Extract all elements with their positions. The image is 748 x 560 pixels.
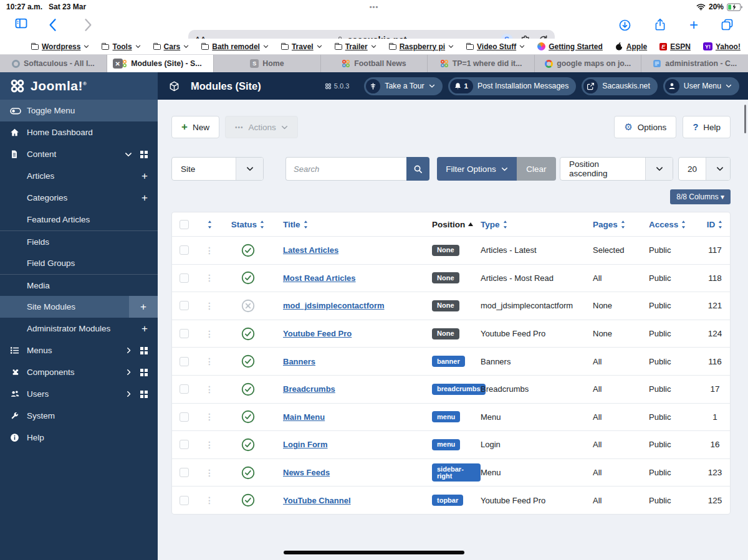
dashboard-grid-icon[interactable] bbox=[140, 151, 148, 158]
row-checkbox[interactable] bbox=[180, 245, 189, 255]
access-header[interactable]: Access bbox=[649, 220, 704, 229]
bookmark-folder[interactable]: Wordpress bbox=[31, 42, 89, 51]
position-badge[interactable]: menu bbox=[432, 439, 460, 450]
browser-tab[interactable]: S Home bbox=[214, 55, 321, 72]
row-checkbox[interactable] bbox=[180, 440, 189, 449]
module-title-link[interactable]: Breadcrumbs bbox=[283, 384, 335, 394]
position-badge[interactable]: None bbox=[432, 245, 459, 256]
help-button[interactable]: ? Help bbox=[683, 116, 731, 138]
drag-handle[interactable]: ⋮ bbox=[196, 273, 223, 283]
add-module-button[interactable]: + bbox=[129, 296, 158, 318]
browser-tab[interactable]: administration - C... bbox=[641, 55, 748, 72]
position-badge[interactable]: topbar bbox=[432, 495, 463, 506]
module-title-link[interactable]: News Feeds bbox=[283, 468, 330, 477]
module-title-link[interactable]: Main Menu bbox=[283, 412, 325, 422]
browser-tab[interactable]: TP=1 where did it... bbox=[428, 55, 535, 72]
position-badge[interactable]: None bbox=[432, 300, 459, 311]
add-icon[interactable]: + bbox=[141, 192, 148, 204]
sidebar-item-system[interactable]: System bbox=[0, 405, 158, 427]
position-badge[interactable]: None bbox=[432, 328, 459, 339]
select-all-checkbox[interactable] bbox=[180, 220, 189, 229]
options-button[interactable]: ⚙ Options bbox=[614, 116, 676, 138]
type-header[interactable]: Type bbox=[481, 220, 593, 229]
bookmark-folder[interactable]: Raspberry pi bbox=[389, 42, 454, 51]
sidebar-item-help[interactable]: Help bbox=[0, 427, 158, 448]
sidebar-item-users[interactable]: Users bbox=[0, 383, 158, 405]
sidebar-item-media[interactable]: Media bbox=[0, 274, 158, 296]
browser-tab[interactable]: google maps on jo... bbox=[535, 55, 642, 72]
row-checkbox[interactable] bbox=[180, 496, 189, 505]
module-title-link[interactable]: Latest Articles bbox=[283, 245, 338, 255]
sidebar-item-home-dashboard[interactable]: Home Dashboard bbox=[0, 121, 158, 143]
drag-handle[interactable]: ⋮ bbox=[196, 329, 223, 339]
add-icon[interactable]: + bbox=[141, 170, 148, 183]
user-menu-button[interactable]: User Menu bbox=[663, 77, 739, 95]
module-title-link[interactable]: Banners bbox=[283, 357, 315, 366]
module-title-link[interactable]: mod_jdsimplecontactform bbox=[283, 301, 385, 310]
module-title-link[interactable]: Most Read Articles bbox=[283, 273, 356, 283]
status-published-icon[interactable] bbox=[223, 327, 273, 341]
bookmark-link[interactable]: Y!Yahoo! bbox=[703, 42, 741, 51]
row-checkbox[interactable] bbox=[180, 384, 189, 394]
list-limit-select[interactable]: 20 bbox=[678, 157, 731, 181]
status-published-icon[interactable] bbox=[223, 354, 273, 368]
new-tab-icon[interactable]: + bbox=[689, 19, 698, 31]
position-badge[interactable]: breadcrumbs bbox=[432, 384, 486, 395]
share-icon[interactable] bbox=[654, 18, 666, 31]
sidebar-item-field-groups[interactable]: Field Groups bbox=[0, 252, 158, 274]
tab-overview-icon[interactable] bbox=[721, 19, 733, 31]
module-title-link[interactable]: Youtube Feed Pro bbox=[283, 329, 352, 338]
sidebar-item-site-modules[interactable]: Site Modules + bbox=[0, 296, 158, 318]
bookmark-link[interactable]: Getting Started bbox=[537, 42, 603, 51]
position-badge[interactable]: menu bbox=[432, 411, 460, 422]
status-header[interactable]: Status bbox=[223, 220, 273, 229]
module-title-link[interactable]: Login Form bbox=[283, 440, 328, 449]
sidebar-item-content[interactable]: Content bbox=[0, 143, 158, 165]
drag-handle[interactable]: ⋮ bbox=[196, 301, 223, 311]
position-badge[interactable]: None bbox=[432, 272, 459, 283]
drag-handle[interactable]: ⋮ bbox=[196, 495, 223, 505]
actions-button[interactable]: ••• Actions bbox=[225, 116, 298, 138]
clear-button[interactable]: Clear bbox=[517, 157, 556, 181]
row-checkbox[interactable] bbox=[180, 412, 189, 422]
sidebar-item-fields[interactable]: Fields bbox=[0, 230, 158, 252]
row-checkbox[interactable] bbox=[180, 301, 189, 310]
bookmark-folder[interactable]: Bath remodel bbox=[201, 42, 269, 51]
multitask-handle[interactable]: ••• bbox=[0, 3, 748, 11]
joomla-logo[interactable]: Joomla!® bbox=[0, 72, 158, 100]
dashboard-grid-icon[interactable] bbox=[140, 369, 148, 376]
back-icon[interactable] bbox=[49, 18, 57, 32]
sidebar-item-articles[interactable]: Articles + bbox=[0, 165, 158, 187]
sidebar-toggle-icon[interactable] bbox=[15, 18, 27, 29]
status-published-icon[interactable] bbox=[223, 466, 273, 480]
sort-select[interactable]: Position ascending bbox=[560, 157, 673, 181]
browser-tab-active[interactable]: ✕ Modules (Site) - S... bbox=[107, 55, 214, 72]
dashboard-grid-icon[interactable] bbox=[140, 391, 148, 398]
preview-site-button[interactable]: Sacauskis.net bbox=[582, 77, 658, 95]
sidebar-item-toggle-menu[interactable]: Toggle Menu bbox=[0, 100, 158, 121]
columns-button[interactable]: 8/8 Columns ▾ bbox=[670, 189, 731, 204]
pages-header[interactable]: Pages bbox=[593, 220, 649, 229]
drag-handle[interactable]: ⋮ bbox=[196, 440, 223, 450]
take-a-tour-button[interactable]: Take a Tour bbox=[364, 77, 442, 95]
position-header[interactable]: Position bbox=[432, 220, 481, 229]
home-indicator[interactable] bbox=[284, 551, 464, 554]
position-badge[interactable]: sidebar-right bbox=[432, 463, 481, 482]
drag-handle[interactable]: ⋮ bbox=[196, 245, 223, 255]
bookmark-folder[interactable]: Travel bbox=[281, 42, 322, 51]
title-header[interactable]: Title bbox=[273, 220, 432, 229]
search-input[interactable] bbox=[285, 157, 406, 181]
scrollbar[interactable] bbox=[744, 105, 747, 133]
bookmark-link[interactable]: EESPN bbox=[659, 42, 691, 51]
close-tab-icon[interactable]: ✕ bbox=[113, 59, 123, 69]
row-checkbox[interactable] bbox=[180, 329, 189, 338]
bookmark-link[interactable]: Apple bbox=[615, 42, 647, 51]
bookmark-folder[interactable]: Tools bbox=[102, 42, 140, 51]
id-header[interactable]: ID bbox=[704, 220, 726, 229]
downloads-icon[interactable] bbox=[619, 19, 631, 31]
search-button[interactable] bbox=[406, 157, 429, 181]
status-published-icon[interactable] bbox=[223, 438, 273, 452]
browser-tab[interactable]: Softaculous - All I... bbox=[0, 55, 107, 72]
forward-icon[interactable] bbox=[84, 18, 92, 32]
row-checkbox[interactable] bbox=[180, 468, 189, 477]
